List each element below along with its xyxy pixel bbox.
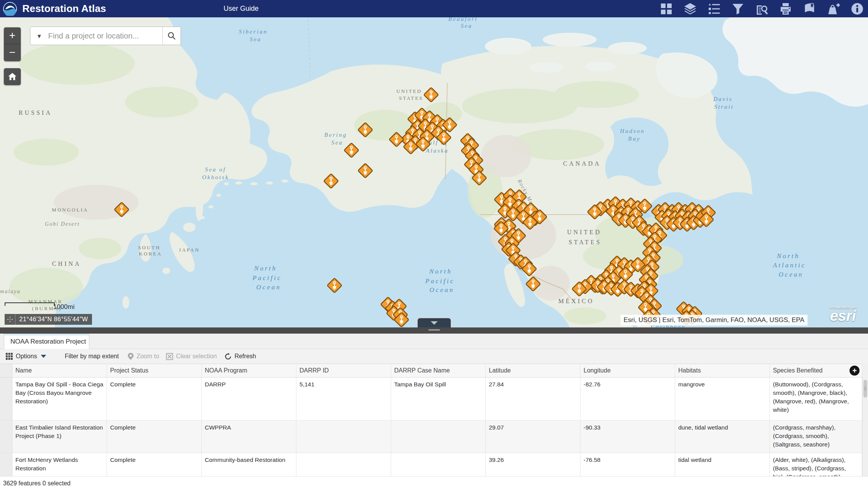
zoom-in-button[interactable]: +	[4, 27, 21, 44]
search-button[interactable]	[163, 27, 181, 45]
search-source-dropdown[interactable]: ▼	[30, 27, 48, 45]
add-data-icon[interactable]	[826, 2, 840, 16]
search-input[interactable]	[48, 32, 162, 40]
clear-selection-button[interactable]: Clear selection	[166, 353, 217, 360]
filter-by-extent-label: Filter by map extent	[65, 353, 119, 360]
zoom-control: + −	[4, 27, 21, 61]
map-attribution: Esri, USGS | Esri, TomTom, Garmin, FAO, …	[620, 315, 808, 326]
refresh-icon	[224, 353, 232, 360]
clear-selection-label: Clear selection	[176, 353, 217, 360]
scrollbar-thumb[interactable]	[863, 380, 867, 398]
basemap-gallery-icon[interactable]	[659, 2, 673, 16]
esri-brand: esri	[830, 309, 858, 322]
map-pin-icon	[127, 352, 134, 360]
project-marker[interactable]	[526, 277, 540, 291]
query-icon[interactable]	[755, 2, 769, 16]
filter-icon[interactable]	[731, 2, 745, 16]
project-marker[interactable]	[327, 278, 342, 293]
chevron-down-icon	[41, 355, 46, 358]
table-header-row: NameProject StatusNOAA ProgramDARRP IDDA…	[0, 364, 862, 378]
project-marker[interactable]	[424, 87, 438, 102]
table-toolbar: Options Filter by map extent Zoom to Cle…	[0, 349, 868, 364]
table-status-bar: 3629 features 0 selected	[0, 476, 868, 490]
project-marker[interactable]	[344, 143, 359, 158]
clear-selection-icon	[166, 353, 173, 360]
crosshair-icon	[7, 316, 13, 322]
column-header[interactable]: NOAA Program	[202, 364, 296, 377]
project-marker[interactable]	[358, 123, 373, 137]
coordinate-widget: 21°46′34″N 86°55′44″W	[5, 314, 92, 325]
row-selector[interactable]	[0, 378, 12, 420]
project-markers-layer[interactable]	[0, 17, 868, 327]
table-row[interactable]: Tampa Bay Oil Spill - Boca Ciega Bay (Cr…	[0, 378, 862, 421]
options-menu-button[interactable]: Options	[5, 352, 46, 360]
cell-longitude: -90.33	[580, 421, 675, 453]
zoom-to-button[interactable]: Zoom to	[127, 352, 159, 360]
tab-noaa-restoration-project[interactable]: NOAA Restoration Project	[4, 334, 89, 349]
bookmark-icon[interactable]	[803, 2, 816, 16]
legend-icon[interactable]	[707, 2, 721, 16]
select-all-header	[0, 364, 12, 377]
column-header[interactable]: Habitats	[675, 364, 770, 377]
cell-longitude: -82.76	[580, 378, 675, 420]
filter-by-map-extent-button[interactable]: Filter by map extent	[65, 353, 119, 360]
app-navbar: Restoration Atlas User Guide	[0, 0, 868, 17]
project-marker[interactable]	[114, 202, 129, 217]
cell-case_name: Tampa Bay Oil Spill	[391, 378, 486, 420]
column-header[interactable]: Species Benefited	[770, 364, 862, 377]
panel-divider[interactable]	[0, 327, 868, 334]
attribute-table-panel: NOAA Restoration Project Options Filter …	[0, 334, 868, 490]
table-row[interactable]: Fort McHenry Wetlands RestorationComplet…	[0, 453, 862, 476]
crosshair-button[interactable]	[5, 314, 15, 325]
esri-logo[interactable]: POWERED BY esri	[830, 305, 858, 322]
map-canvas[interactable]: BeaufortSeaSiberianSeaDavisStraitHudsonB…	[0, 17, 868, 327]
cell-species: (Cordgrass, marshhay), (Cordgrass, smoot…	[770, 421, 862, 453]
refresh-button[interactable]: Refresh	[224, 353, 256, 360]
cell-habitats: mangrove	[675, 378, 770, 420]
print-icon[interactable]	[779, 2, 793, 16]
table-options-button[interactable]: +	[850, 366, 860, 376]
row-selector[interactable]	[0, 421, 12, 453]
project-marker[interactable]	[389, 132, 404, 147]
cell-latitude: 29.07	[486, 421, 580, 453]
column-header[interactable]: DARRP ID	[296, 364, 391, 377]
zoom-out-button[interactable]: −	[4, 44, 21, 61]
search-icon	[167, 31, 176, 40]
table-row[interactable]: East Timbalier Island Restoration Projec…	[0, 421, 862, 453]
cell-longitude: -76.58	[580, 453, 675, 476]
options-label: Options	[16, 353, 37, 360]
cell-latitude: 39.26	[486, 453, 580, 476]
column-header[interactable]: Longitude	[580, 364, 675, 377]
cell-case_name	[391, 421, 486, 453]
table-body: Tampa Bay Oil Spill - Boca Ciega Bay (Cr…	[0, 378, 862, 476]
scale-bar-label: 1000mi	[53, 303, 75, 311]
table-scrollbar[interactable]	[862, 378, 868, 476]
info-icon[interactable]	[850, 2, 864, 16]
cell-habitats: tidal wetland	[675, 453, 770, 476]
cell-darrp_id	[296, 421, 391, 453]
layers-icon[interactable]	[683, 2, 697, 16]
navbar-icon-bar	[659, 2, 864, 16]
column-header[interactable]: Name	[12, 364, 107, 377]
column-header[interactable]: Latitude	[486, 364, 580, 377]
feature-count: 3629 features 0 selected	[3, 480, 70, 487]
row-selector[interactable]	[0, 453, 12, 476]
project-marker[interactable]	[324, 174, 338, 188]
cell-case_name	[391, 453, 486, 476]
home-button[interactable]	[4, 68, 21, 85]
user-guide-link[interactable]: User Guide	[224, 5, 259, 13]
chevron-down-icon	[431, 321, 438, 325]
cell-species: (Buttonwood), (Cordgrass, smooth), (Mang…	[770, 378, 862, 420]
cell-name: Fort McHenry Wetlands Restoration	[12, 453, 107, 476]
coordinate-readout: 21°46′34″N 86°55′44″W	[15, 314, 92, 325]
cell-status: Complete	[107, 453, 202, 476]
panel-collapse-handle[interactable]	[417, 317, 452, 327]
project-marker[interactable]	[358, 163, 373, 178]
cell-program: CWPPRA	[202, 421, 296, 453]
refresh-label: Refresh	[234, 353, 256, 360]
app-title: Restoration Atlas	[22, 3, 106, 15]
search-box: ▼	[30, 27, 181, 45]
scale-bar	[5, 302, 55, 306]
column-header[interactable]: DARRP Case Name	[391, 364, 486, 377]
column-header[interactable]: Project Status	[107, 364, 202, 377]
